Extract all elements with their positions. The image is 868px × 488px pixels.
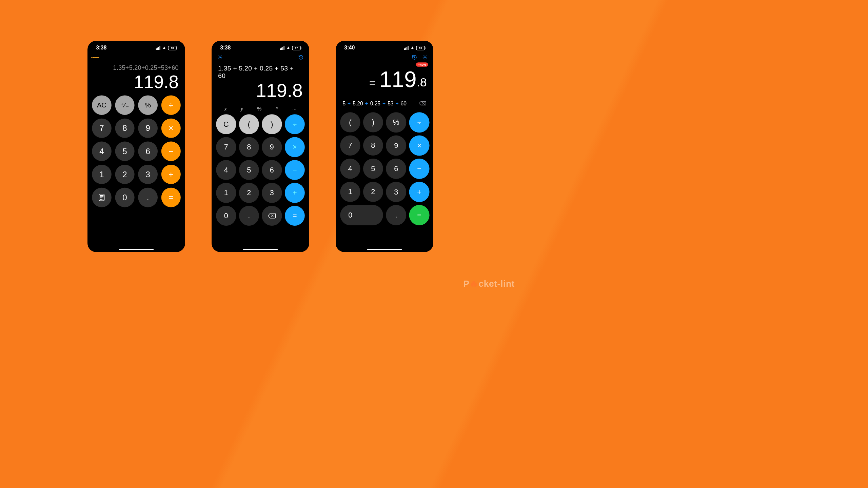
equals-button[interactable]: =	[285, 206, 305, 226]
svg-point-2	[100, 198, 101, 198]
status-time: 3:40	[344, 45, 355, 51]
digit-8-button[interactable]: 8	[239, 137, 259, 157]
status-time: 3:38	[220, 45, 231, 51]
expression-display: 1.35+5.20+0.25+53+60	[113, 64, 179, 71]
discount-badge[interactable]: −40%	[416, 62, 428, 67]
multiply-button[interactable]: ×	[161, 119, 181, 138]
digit-5-button[interactable]: 5	[363, 159, 383, 179]
ac-button[interactable]: AC	[92, 96, 111, 115]
subtract-button[interactable]: −	[161, 142, 181, 161]
backspace-icon[interactable]: ⌫	[419, 101, 426, 107]
digit-7-button[interactable]: 7	[216, 137, 236, 157]
digit-0-button[interactable]: 0	[340, 205, 383, 225]
digit-4-button[interactable]: 4	[340, 159, 360, 179]
decimal-button[interactable]: .	[239, 206, 259, 226]
add-button[interactable]: +	[409, 182, 430, 202]
result-display: 119.8	[134, 73, 179, 91]
percent-button[interactable]: %	[257, 106, 262, 112]
percent-button[interactable]: %	[386, 112, 406, 133]
digit-3-button[interactable]: 3	[386, 182, 406, 202]
battery-icon: 57	[292, 46, 301, 50]
digit-8-button[interactable]: 8	[363, 136, 383, 156]
settings-icon[interactable]	[421, 54, 428, 61]
svg-point-3	[101, 198, 102, 198]
list-icon[interactable]	[92, 54, 99, 61]
digit-0-button[interactable]: 0	[216, 206, 236, 226]
digit-1-button[interactable]: 1	[340, 182, 360, 202]
divide-button[interactable]: ÷	[161, 96, 181, 115]
svg-point-9	[424, 57, 426, 58]
multiply-button[interactable]: ×	[409, 136, 430, 156]
expression-display[interactable]: 5 + 5.20 + 0.25 + 53 + 60 ⌫	[342, 101, 427, 112]
result-display: 119.8	[256, 81, 303, 100]
digit-3-button[interactable]: 3	[262, 183, 282, 203]
digit-5-button[interactable]: 5	[239, 160, 259, 180]
watermark: P🔥︎cket-lint	[463, 279, 515, 289]
digit-9-button[interactable]: 9	[138, 119, 157, 138]
decimal-button[interactable]: .	[138, 188, 157, 207]
clear-button[interactable]: C	[216, 114, 236, 134]
status-bar: 3:38 ▲︎ 58	[91, 43, 181, 52]
multiply-button[interactable]: ×	[285, 137, 305, 157]
status-bar: 3:38 ▲︎ 57	[215, 43, 305, 52]
add-button[interactable]: +	[285, 183, 305, 203]
left-paren-button[interactable]: (	[340, 112, 360, 132]
history-icon[interactable]	[411, 54, 418, 61]
digit-6-button[interactable]: 6	[386, 159, 406, 179]
digit-2-button[interactable]: 2	[239, 183, 259, 203]
var-y-button[interactable]: y	[241, 106, 243, 112]
calculator-mode-button[interactable]	[92, 188, 111, 207]
right-paren-button[interactable]: )	[262, 114, 282, 134]
digit-1-button[interactable]: 1	[216, 183, 236, 203]
svg-point-7	[102, 199, 103, 200]
digit-3-button[interactable]: 3	[138, 165, 157, 184]
var-x-button[interactable]: x	[224, 106, 226, 112]
divide-button[interactable]: ÷	[409, 112, 430, 133]
svg-point-4	[102, 198, 103, 198]
digit-6-button[interactable]: 6	[138, 142, 157, 161]
sign-button[interactable]: ⁺∕₋	[115, 96, 134, 115]
divide-button[interactable]: ÷	[285, 114, 305, 134]
svg-point-5	[100, 199, 101, 200]
digit-2-button[interactable]: 2	[363, 182, 383, 202]
subtract-button[interactable]: −	[409, 159, 430, 179]
equals-button[interactable]: =	[409, 205, 430, 225]
digit-5-button[interactable]: 5	[115, 142, 134, 161]
digit-4-button[interactable]: 4	[92, 142, 111, 161]
battery-icon: 58	[168, 46, 177, 50]
digit-1-button[interactable]: 1	[92, 165, 111, 184]
wifi-icon: ▲︎	[286, 45, 291, 50]
digit-7-button[interactable]: 7	[340, 136, 360, 156]
digit-9-button[interactable]: 9	[386, 136, 406, 156]
wifi-icon: ▲︎	[162, 45, 166, 50]
digit-0-button[interactable]: 0	[115, 188, 134, 207]
digit-4-button[interactable]: 4	[216, 160, 236, 180]
phone-apple-calculator: 3:38 ▲︎ 58 1.35+5.20+0.25+53+60 119.8 AC…	[87, 41, 185, 252]
digit-6-button[interactable]: 6	[262, 160, 282, 180]
percent-button[interactable]: %	[138, 96, 157, 115]
more-button[interactable]: ···	[292, 106, 296, 112]
left-paren-button[interactable]: (	[239, 114, 259, 134]
wifi-icon: ▲︎	[410, 45, 415, 50]
add-button[interactable]: +	[161, 165, 181, 184]
decimal-button[interactable]: .	[386, 205, 406, 225]
settings-icon[interactable]	[216, 54, 223, 61]
right-paren-button[interactable]: )	[363, 112, 383, 132]
home-indicator[interactable]	[243, 249, 278, 250]
home-indicator[interactable]	[367, 249, 402, 250]
signal-icon	[280, 46, 284, 50]
svg-point-8	[219, 57, 221, 58]
divider	[343, 96, 426, 96]
equals-button[interactable]: =	[161, 188, 181, 207]
digit-7-button[interactable]: 7	[92, 119, 111, 138]
result-display: = 119 .8	[342, 68, 427, 91]
digit-9-button[interactable]: 9	[262, 137, 282, 157]
digit-8-button[interactable]: 8	[115, 119, 134, 138]
history-icon[interactable]	[297, 54, 304, 61]
power-button[interactable]: ^	[276, 106, 278, 112]
digit-2-button[interactable]: 2	[115, 165, 134, 184]
subtract-button[interactable]: −	[285, 160, 305, 180]
svg-point-6	[101, 199, 102, 200]
backspace-button[interactable]	[262, 206, 282, 226]
home-indicator[interactable]	[119, 249, 154, 250]
